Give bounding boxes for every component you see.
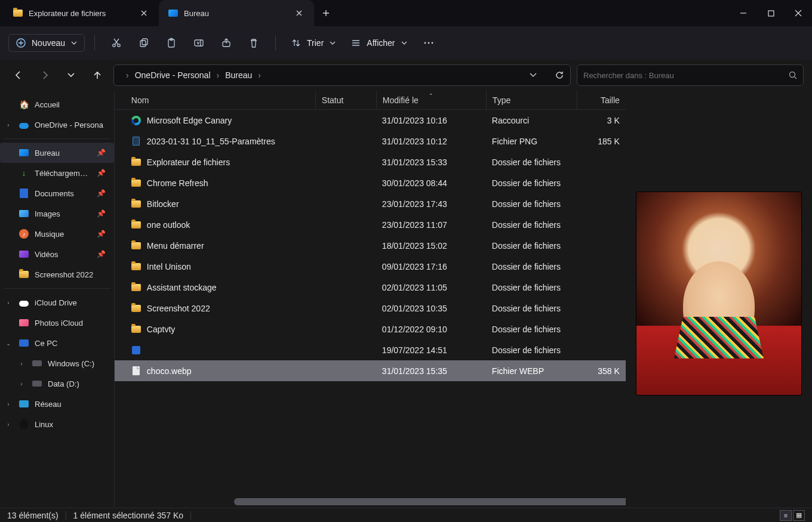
forward-button[interactable] [35, 65, 55, 85]
copy-button[interactable] [132, 31, 156, 55]
column-header-status[interactable]: Statut [315, 91, 376, 109]
column-header-name[interactable]: Nom [125, 91, 315, 109]
file-row[interactable]: choco.webp31/01/2023 15:35Fichier WEBP35… [115, 360, 626, 381]
close-icon[interactable] [291, 5, 307, 21]
desktop-icon [168, 8, 178, 18]
pin-icon: 📌 [97, 189, 110, 197]
file-name: choco.webp [147, 366, 192, 376]
back-button[interactable] [8, 65, 29, 85]
minimize-button[interactable] [730, 0, 757, 26]
column-header-type[interactable]: Type [486, 91, 577, 109]
onedrive-icon [18, 122, 30, 128]
search-input[interactable] [583, 71, 789, 80]
svg-point-3 [118, 44, 120, 47]
navigation-pane: 🏠 Accueil › OneDrive - Persona Bureau📌↓T… [0, 91, 114, 508]
sidebar-item-place[interactable]: Photos iCloud [0, 313, 114, 333]
file-row[interactable]: Microsoft Edge Canary31/01/2023 10:16Rac… [115, 110, 626, 131]
chevron-icon[interactable]: › [4, 299, 13, 306]
column-header-modified[interactable]: ⌄ Modifié le [376, 91, 486, 109]
breadcrumb-leaf[interactable]: Bureau [225, 70, 252, 80]
file-row[interactable]: Menu démarrer18/01/2023 15:02Dossier de … [115, 235, 626, 256]
file-list[interactable]: Microsoft Edge Canary31/01/2023 10:16Rac… [115, 110, 626, 508]
tab-bureau[interactable]: Bureau [159, 0, 314, 26]
sidebar-item-quick[interactable]: Bureau📌 [0, 143, 114, 163]
sidebar-item-place[interactable]: ›Data (D:) [0, 373, 114, 394]
thumbnails-view-button[interactable]: ▦ [793, 510, 805, 521]
file-row[interactable]: Chrome Refresh30/01/2023 08:44Dossier de… [115, 172, 626, 193]
sidebar-item-home[interactable]: 🏠 Accueil [0, 94, 114, 115]
new-button[interactable]: Nouveau [8, 34, 85, 52]
folder-icon [131, 325, 141, 334]
delete-button[interactable] [242, 31, 266, 55]
sort-button[interactable]: Trier [285, 35, 342, 51]
file-row[interactable]: Captvty01/12/2022 09:10Dossier de fichie… [115, 319, 626, 339]
sidebar-item-quick[interactable]: Screenshot 2022 [0, 264, 114, 285]
tab-strip: Explorateur de fichiers Bureau [0, 0, 730, 26]
chevron-right-icon[interactable]: › [4, 122, 13, 128]
rename-button[interactable] [187, 31, 211, 55]
cloud-icon [18, 299, 30, 305]
sidebar-item-onedrive[interactable]: › OneDrive - Persona [0, 115, 114, 135]
file-row[interactable]: Intel Unison09/01/2023 17:16Dossier de f… [115, 256, 626, 277]
file-row[interactable]: Bitlocker23/01/2023 17:43Dossier de fich… [115, 193, 626, 214]
chevron-icon[interactable]: › [4, 421, 13, 428]
view-button[interactable]: Afficher [345, 35, 413, 51]
cut-button[interactable] [104, 31, 128, 55]
new-tab-button[interactable] [314, 0, 338, 26]
chevron-icon[interactable]: ⌄ [4, 340, 13, 347]
chevron-icon[interactable]: › [4, 401, 13, 407]
sidebar-item-quick[interactable]: ♪Musique📌 [0, 224, 114, 244]
svg-point-11 [427, 42, 429, 44]
up-button[interactable] [87, 65, 107, 85]
file-modified: 31/01/2023 10:16 [376, 116, 486, 125]
address-bar[interactable]: › OneDrive - Personal › Bureau › [113, 64, 571, 86]
file-type: Dossier de fichiers [486, 304, 577, 313]
sidebar-item-quick[interactable]: Documents📌 [0, 183, 114, 203]
sidebar-item-quick[interactable]: ↓Téléchargements📌 [0, 163, 114, 183]
column-header-size[interactable]: Taille [577, 91, 626, 109]
details-view-button[interactable]: ≡ [780, 510, 792, 521]
file-row[interactable]: Assistant stockage02/01/2023 11:05Dossie… [115, 277, 626, 298]
folder-icon [131, 178, 141, 188]
file-size: 3 K [577, 116, 626, 125]
file-row[interactable]: one outlook23/01/2023 11:07Dossier de fi… [115, 214, 626, 235]
sidebar-item-place[interactable]: ›iCloud Drive [0, 292, 114, 313]
folder-icon [131, 304, 141, 313]
chevron-icon[interactable]: › [17, 360, 26, 367]
file-modified: 23/01/2023 17:43 [376, 199, 486, 209]
sidebar-item-place[interactable]: ›Windows (C:) [0, 353, 114, 373]
paste-button[interactable] [159, 31, 183, 55]
divider [66, 511, 66, 520]
more-button[interactable] [417, 31, 441, 55]
pictures-icon [18, 210, 30, 217]
file-type: Dossier de fichiers [486, 325, 577, 334]
tab-explorer[interactable]: Explorateur de fichiers [4, 0, 159, 26]
file-row[interactable]: 2023-01-31 10_11_55-Paramètres31/01/2023… [115, 131, 626, 152]
breadcrumb-root[interactable]: OneDrive - Personal [135, 70, 211, 80]
sidebar-item-place[interactable]: ›Linux [0, 414, 114, 434]
sidebar-item-place[interactable]: ⌄Ce PC [0, 333, 114, 353]
file-row[interactable]: 19/07/2022 14:51Dossier de fichiers [115, 339, 626, 360]
svg-point-10 [424, 42, 426, 44]
horizontal-scrollbar[interactable] [234, 498, 626, 505]
edge-icon [131, 116, 141, 125]
close-icon[interactable] [136, 5, 152, 21]
svg-point-12 [431, 42, 433, 44]
scrollbar-thumb[interactable] [234, 498, 626, 505]
close-window-button[interactable] [785, 0, 812, 26]
share-button[interactable] [214, 31, 238, 55]
search-box[interactable] [577, 64, 804, 86]
file-modified: 31/01/2023 15:33 [376, 157, 486, 167]
docs-icon [18, 189, 30, 198]
file-row[interactable]: Screenshot 202202/01/2023 10:35Dossier d… [115, 298, 626, 319]
history-button[interactable] [61, 65, 81, 85]
file-row[interactable]: Explorateur de fichiers31/01/2023 15:33D… [115, 152, 626, 172]
chevron-icon[interactable]: › [17, 381, 26, 387]
maximize-button[interactable] [757, 0, 785, 26]
sidebar-item-quick[interactable]: Vidéos📌 [0, 244, 114, 264]
sidebar-item-place[interactable]: ›Réseau [0, 394, 114, 414]
file-modified: 18/01/2023 15:02 [376, 241, 486, 251]
sidebar-item-quick[interactable]: Images📌 [0, 203, 114, 224]
address-dropdown-button[interactable] [530, 73, 537, 78]
refresh-button[interactable] [555, 70, 564, 80]
